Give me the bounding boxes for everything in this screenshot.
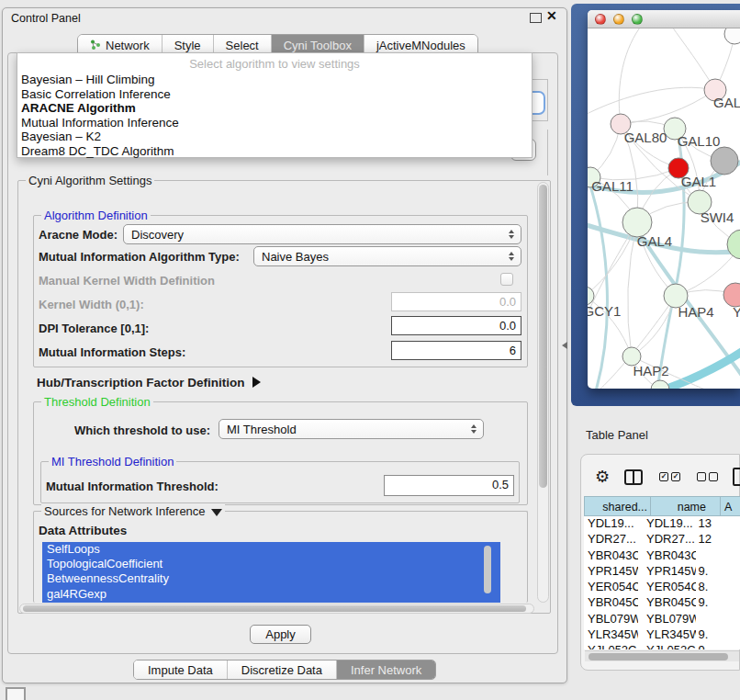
- aracne-mode-label: Aracne Mode:: [39, 228, 118, 242]
- table-row[interactable]: YLR345WYLR345W9.: [584, 627, 740, 643]
- attribute-list-scrollbar[interactable]: [484, 546, 491, 593]
- network-edge: [628, 222, 637, 356]
- attribute-item[interactable]: TopologicalCoefficient: [42, 557, 500, 571]
- table-panel-title: Table Panel: [586, 428, 648, 442]
- algorithm-dropdown-popup: Select algorithm to view settings Bayesi…: [17, 52, 533, 158]
- network-node-label: HAP2: [633, 363, 668, 378]
- mi-threshold-field[interactable]: 0.5: [384, 475, 514, 496]
- dpi-tolerance-label: DPI Tolerance [0,1]:: [39, 322, 149, 335]
- network-node-gray[interactable]: [711, 147, 738, 175]
- apply-button[interactable]: Apply: [250, 625, 311, 644]
- table-cell: YPR145W: [584, 564, 638, 580]
- minimized-panel-icon[interactable]: [6, 687, 26, 700]
- dpi-tolerance-field[interactable]: 0.0: [391, 316, 521, 335]
- hidden-groupbox-edge: [533, 120, 548, 121]
- table-row[interactable]: YBL079WYBL079W: [584, 612, 740, 627]
- table-cell: YLR345W: [638, 627, 695, 643]
- table-header[interactable]: shared...nameA: [584, 496, 740, 516]
- table-row[interactable]: YDR27...YDR27...12: [584, 532, 740, 548]
- network-node-swi4[interactable]: [727, 230, 740, 259]
- bottom-tab-infer-network[interactable]: Infer Network: [336, 660, 435, 679]
- minimize-traffic-light-icon[interactable]: [613, 14, 624, 25]
- network-node-label: GAL80: [624, 130, 667, 145]
- which-threshold-select[interactable]: MI Threshold: [219, 419, 484, 439]
- table-row[interactable]: YDL19...YDL19...13: [584, 516, 740, 532]
- tab-cyni-toolbox[interactable]: Cyni Toolbox: [271, 35, 364, 53]
- threshold-definition-title: Threshold Definition: [41, 395, 153, 409]
- scrollbar-thumb[interactable]: [589, 653, 728, 660]
- table-cell: 9.: [696, 627, 740, 643]
- splitter-collapse-icon[interactable]: [562, 342, 567, 349]
- table-column-header[interactable]: shared...: [584, 496, 651, 516]
- hidden-groupbox-edge: [547, 130, 548, 175]
- mi-steps-field[interactable]: 6: [391, 341, 521, 360]
- network-canvas[interactable]: GALGAL80GAL10GAL11GAL1SWI4GAL4GCY1HAP4YH…: [588, 28, 740, 389]
- mi-steps-label: Mutual Information Steps:: [39, 345, 185, 359]
- attribute-item[interactable]: BetweennessCentrality: [42, 571, 500, 586]
- mi-type-label: Mutual Information Algorithm Type:: [39, 250, 240, 264]
- network-edge: [588, 65, 590, 177]
- data-attributes-list[interactable]: SelfLoopsTopologicalCoefficientBetweenne…: [42, 542, 500, 603]
- table-column-header[interactable]: name: [651, 496, 721, 516]
- mi-threshold-group-title: MI Threshold Definition: [49, 455, 176, 469]
- tab-style[interactable]: Style: [162, 35, 213, 53]
- settings-horizontal-scrollbar[interactable]: [19, 604, 534, 614]
- table-column-header[interactable]: A: [721, 496, 740, 516]
- algorithm-option[interactable]: Bayesian – Hill Climbing: [17, 73, 532, 87]
- network-window-titlebar[interactable]: [588, 10, 740, 28]
- hub-section-toggle[interactable]: Hub/Transcription Factor Definition: [37, 376, 261, 390]
- algorithm-option[interactable]: Dream8 DC_TDC Algorithm: [17, 144, 532, 159]
- mi-type-select[interactable]: Naive Bayes: [253, 246, 521, 266]
- combo-arrows-icon: [509, 252, 514, 261]
- bottom-tab-discretize-data[interactable]: Discretize Data: [227, 660, 336, 679]
- float-window-icon[interactable]: [530, 13, 542, 23]
- network-node-node_top[interactable]: [724, 28, 740, 44]
- scrollbar-thumb[interactable]: [539, 185, 547, 488]
- close-traffic-light-icon[interactable]: [595, 14, 606, 25]
- zoom-traffic-light-icon[interactable]: [632, 14, 643, 25]
- algorithm-option[interactable]: Bayesian – K2: [17, 130, 532, 144]
- select-all-columns-icon[interactable]: ✓✓: [659, 472, 680, 481]
- export-table-icon[interactable]: [733, 468, 740, 486]
- aracne-mode-select[interactable]: Discovery: [123, 224, 521, 244]
- settings-vertical-scrollbar[interactable]: [537, 182, 549, 603]
- which-threshold-label: Which threshold to use:: [74, 423, 210, 437]
- attribute-item[interactable]: SelfLoops: [42, 542, 500, 557]
- table-horizontal-scrollbar[interactable]: [585, 650, 739, 661]
- table-row[interactable]: YBR045CYBR045C9.: [584, 595, 740, 611]
- gear-icon[interactable]: ⚙: [595, 465, 610, 489]
- close-icon[interactable]: ✕: [546, 8, 557, 23]
- tab-select[interactable]: Select: [213, 35, 271, 53]
- table-cell: YDR27...: [584, 532, 638, 548]
- table-cell: YBR045C: [638, 595, 695, 611]
- expanded-arrow-icon: [211, 509, 222, 516]
- table-cell: 12: [696, 532, 740, 548]
- algorithm-list: Bayesian – Hill ClimbingBasic Correlatio…: [17, 73, 532, 159]
- network-node-bottom[interactable]: [651, 380, 669, 389]
- algorithm-option[interactable]: Basic Correlation Inference: [17, 87, 532, 102]
- aracne-mode-value: Discovery: [131, 228, 184, 242]
- algorithm-option[interactable]: Mutual Information Inference: [17, 116, 532, 130]
- deselect-all-columns-icon[interactable]: [697, 472, 718, 481]
- hub-section-label: Hub/Transcription Factor Definition: [37, 376, 245, 390]
- table-cell: YLR345W: [584, 627, 638, 643]
- columns-icon[interactable]: [624, 469, 643, 485]
- table-row[interactable]: YER054CYER054C8.: [584, 580, 740, 595]
- table-row[interactable]: YJL052CYJL052C9.: [584, 643, 740, 649]
- network-node-label: GAL1: [681, 174, 716, 189]
- table-row[interactable]: YPR145WYPR145W9.: [584, 564, 740, 580]
- sources-group-toggle[interactable]: Sources for Network Inference: [41, 504, 225, 518]
- network-node-label: GAL11: [591, 178, 633, 194]
- scrollbar-thumb[interactable]: [23, 605, 526, 612]
- attribute-item[interactable]: gal4RGexp: [42, 587, 500, 602]
- bottom-tab-impute-data[interactable]: Impute Data: [134, 660, 227, 679]
- table-cell: YPR145W: [638, 564, 695, 580]
- table-row[interactable]: YBR043CYBR043C: [584, 548, 740, 564]
- manual-kernel-label: Manual Kernel Width Definition: [39, 274, 215, 288]
- table-cell: YER054C: [584, 580, 638, 595]
- algorithm-option[interactable]: ARACNE Algorithm: [17, 101, 532, 116]
- tab-jactivemnodules[interactable]: jActiveMNodules: [364, 35, 477, 53]
- manual-kernel-checkbox[interactable]: [500, 273, 513, 286]
- tab-network[interactable]: Network: [78, 35, 162, 53]
- tab-label: Select: [226, 39, 259, 52]
